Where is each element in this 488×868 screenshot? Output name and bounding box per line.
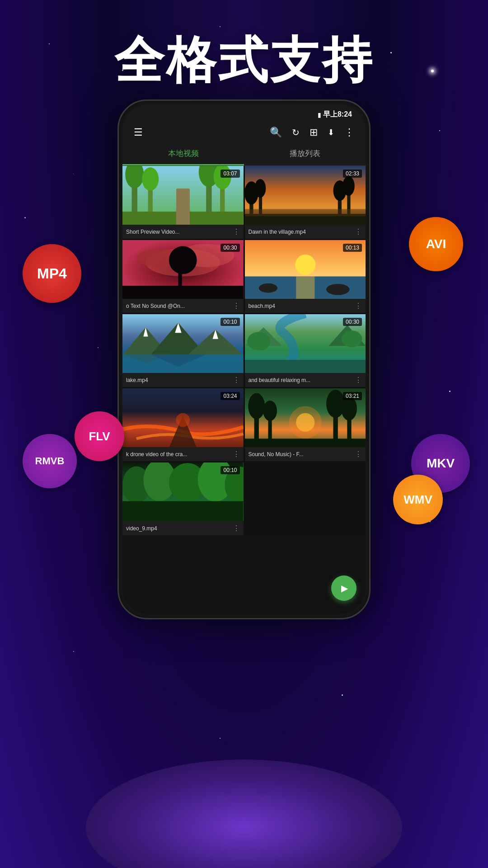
video-item-6[interactable]: 00:30 and beautiful relaxing m... ⋮ — [245, 314, 366, 387]
video-more-7[interactable]: ⋮ — [230, 450, 240, 458]
svg-rect-49 — [245, 360, 366, 373]
video-name-4: beach.mp4 — [249, 303, 352, 309]
video-duration-4: 00:13 — [343, 244, 362, 252]
video-more-6[interactable]: ⋮ — [352, 376, 362, 384]
phone-frame: ▮ 早上8:24 ☰ 🔍 ↻ ⊞ ⬇ ⋮ 本地视频 — [117, 99, 371, 619]
play-icon: ▶ — [341, 583, 348, 594]
video-more-9[interactable]: ⋮ — [230, 524, 240, 533]
video-name-7: k drone video of the cra... — [126, 451, 230, 458]
video-duration-1: 03:07 — [221, 170, 239, 178]
svg-point-52 — [176, 413, 190, 427]
bubble-avi: AVI — [409, 217, 463, 271]
tab-local-video[interactable]: 本地视频 — [122, 143, 244, 165]
video-more-5[interactable]: ⋮ — [230, 376, 240, 384]
video-name-6: and beautiful relaxing m... — [249, 377, 352, 383]
svg-rect-31 — [296, 276, 314, 299]
svg-point-32 — [258, 283, 277, 293]
svg-rect-27 — [122, 286, 244, 299]
video-name-1: Short Preview Video... — [126, 229, 230, 235]
download-button[interactable]: ⬇ — [328, 127, 334, 137]
video-info-4: beach.mp4 ⋮ — [245, 299, 366, 313]
video-more-8[interactable]: ⋮ — [352, 450, 362, 458]
battery-icon: ▮ — [318, 111, 321, 118]
search-button[interactable]: 🔍 — [270, 127, 282, 138]
video-info-2: Dawn in the village.mp4 ⋮ — [245, 225, 366, 239]
status-icons: ▮ 早上8:24 — [318, 110, 352, 119]
tab-playlist[interactable]: 播放列表 — [244, 143, 366, 165]
menu-button[interactable]: ☰ — [134, 127, 143, 138]
svg-point-18 — [343, 176, 355, 196]
svg-point-14 — [254, 179, 266, 198]
fab-play-button[interactable]: ▶ — [331, 576, 357, 601]
svg-rect-64 — [245, 439, 366, 447]
video-name-5: lake.mp4 — [126, 377, 230, 383]
video-grid-container: 03:07 Short Preview Video... ⋮ — [122, 166, 366, 614]
video-item-4[interactable]: 00:13 beach.mp4 ⋮ — [245, 240, 366, 313]
video-more-1[interactable]: ⋮ — [230, 227, 240, 236]
svg-point-4 — [142, 167, 159, 190]
video-grid: 03:07 Short Preview Video... ⋮ — [122, 166, 366, 535]
bubble-flv: FLV — [75, 411, 124, 461]
video-info-5: lake.mp4 ⋮ — [122, 373, 244, 387]
svg-rect-9 — [122, 212, 244, 225]
bubble-mp4: MP4 — [23, 244, 81, 303]
toolbar: ☰ 🔍 ↻ ⊞ ⬇ ⋮ — [122, 122, 366, 143]
refresh-button[interactable]: ↻ — [292, 127, 300, 138]
video-info-7: k drone video of the cra... ⋮ — [122, 447, 244, 461]
phone-content: ▮ 早上8:24 ☰ 🔍 ↻ ⊞ ⬇ ⋮ 本地视频 — [122, 104, 366, 614]
phone-notch — [210, 104, 278, 116]
video-item-2[interactable]: 02:33 Dawn in the village.mp4 ⋮ — [245, 166, 366, 239]
bubble-wmv: WMV — [393, 475, 443, 524]
svg-rect-71 — [122, 501, 244, 521]
video-name-3: o Text No Sound @On... — [126, 303, 230, 309]
video-duration-8: 03:21 — [343, 392, 362, 400]
video-info-3: o Text No Sound @On... ⋮ — [122, 299, 244, 313]
svg-point-47 — [247, 332, 270, 350]
status-time: 早上8:24 — [323, 110, 352, 119]
video-duration-9: 00:10 — [221, 466, 239, 474]
video-name-8: Sound, No Music) - F... — [249, 451, 352, 458]
video-item-3[interactable]: 00:30 o Text No Sound @On... ⋮ — [122, 240, 244, 313]
video-item-9[interactable]: 00:10 video_9.mp4 ⋮ — [122, 462, 244, 535]
video-item-7[interactable]: 03:24 k drone video of the cra... ⋮ — [122, 388, 244, 461]
video-name-2: Dawn in the village.mp4 — [249, 229, 352, 235]
video-more-4[interactable]: ⋮ — [352, 302, 362, 310]
grid-button[interactable]: ⊞ — [310, 127, 318, 138]
video-item-8[interactable]: 03:21 Sound, No Music) - F... ⋮ — [245, 388, 366, 461]
tabs-bar: 本地视频 播放列表 — [122, 143, 366, 166]
svg-point-55 — [289, 406, 321, 439]
svg-point-59 — [263, 401, 277, 421]
more-button[interactable]: ⋮ — [344, 127, 354, 138]
video-name-9: video_9.mp4 — [126, 525, 230, 532]
bubble-rmvb: RMVB — [23, 434, 77, 488]
svg-point-26 — [169, 246, 197, 274]
video-info-1: Short Preview Video... ⋮ — [122, 225, 244, 239]
svg-point-29 — [295, 255, 315, 275]
video-info-6: and beautiful relaxing m... ⋮ — [245, 373, 366, 387]
svg-point-57 — [248, 393, 265, 419]
svg-point-48 — [342, 330, 362, 347]
video-duration-3: 00:30 — [221, 244, 239, 252]
video-duration-2: 02:33 — [343, 170, 362, 178]
video-more-2[interactable]: ⋮ — [352, 227, 362, 236]
svg-point-33 — [326, 284, 349, 295]
video-info-8: Sound, No Music) - F... ⋮ — [245, 447, 366, 461]
page-title: 全格式支持 — [0, 27, 488, 94]
video-item-5[interactable]: 00:10 lake.mp4 ⋮ — [122, 314, 244, 387]
svg-rect-20 — [245, 209, 366, 216]
video-more-3[interactable]: ⋮ — [230, 302, 240, 310]
video-duration-5: 00:10 — [221, 318, 239, 326]
toolbar-right: 🔍 ↻ ⊞ ⬇ ⋮ — [270, 127, 354, 138]
video-item-1[interactable]: 03:07 Short Preview Video... ⋮ — [122, 166, 244, 239]
video-info-9: video_9.mp4 ⋮ — [122, 521, 244, 535]
video-duration-7: 03:24 — [221, 392, 239, 400]
video-duration-6: 00:30 — [343, 318, 362, 326]
phone-screen: ▮ 早上8:24 ☰ 🔍 ↻ ⊞ ⬇ ⋮ 本地视频 — [122, 104, 366, 614]
